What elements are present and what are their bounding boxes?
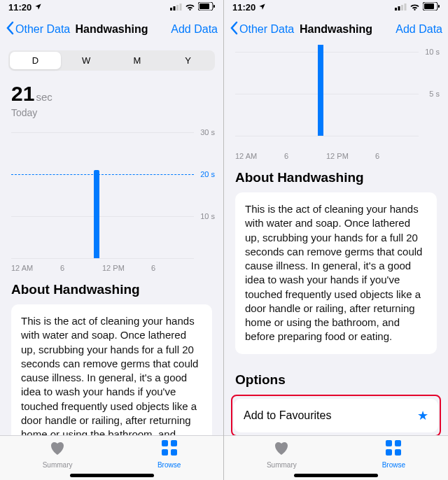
back-label: Other Data — [239, 23, 294, 36]
tab-summary-label: Summary — [267, 461, 297, 469]
home-indicator[interactable] — [294, 474, 378, 477]
wifi-icon — [410, 2, 420, 13]
x-tick-6p: 6 — [375, 152, 379, 160]
tab-summary[interactable]: Summary — [267, 440, 297, 469]
about-body: This is the act of cleaning your hands w… — [21, 315, 198, 435]
svg-rect-7 — [162, 440, 168, 446]
chevron-left-icon — [6, 21, 14, 38]
status-bar: 11:20 — [224, 0, 448, 14]
metric-summary: 21sec Today — [0, 76, 223, 120]
svg-rect-8 — [171, 440, 177, 446]
svg-rect-13 — [401, 5, 403, 10]
metric-value: 21 — [11, 82, 34, 105]
tab-browse[interactable]: Browse — [382, 440, 405, 469]
svg-rect-20 — [386, 449, 392, 456]
about-card: This is the act of cleaning your hands w… — [235, 192, 437, 354]
handwashing-chart[interactable]: 30 s 20 s 10 s 12 AM 6 12 PM 6 — [11, 125, 215, 272]
add-to-favourites-row[interactable]: Add to Favourites ★ — [234, 399, 438, 432]
add-data-button[interactable]: Add Data — [171, 23, 218, 36]
back-button[interactable]: Other Data — [230, 21, 294, 38]
nav-bar: Other Data Handwashing Add Data — [0, 14, 223, 45]
x-tick-12am: 12 AM — [11, 264, 33, 272]
segment-day[interactable]: D — [10, 52, 61, 69]
status-bar: 11:20 — [0, 0, 223, 14]
svg-rect-17 — [438, 5, 440, 8]
back-button[interactable]: Other Data — [6, 21, 70, 38]
svg-rect-10 — [171, 449, 177, 456]
location-icon — [258, 2, 266, 13]
time-range-segmented-control: D W M Y — [8, 50, 215, 71]
signal-icon — [395, 2, 407, 13]
back-label: Other Data — [15, 23, 70, 36]
add-data-button[interactable]: Add Data — [396, 23, 442, 36]
wifi-icon — [185, 2, 195, 13]
grid-icon — [386, 440, 401, 460]
segment-year[interactable]: Y — [162, 52, 214, 69]
home-indicator[interactable] — [70, 474, 154, 477]
battery-icon — [198, 2, 215, 13]
y-tick-20: 20 s — [200, 170, 215, 178]
x-tick-6a: 6 — [284, 152, 288, 160]
about-title: About Handwashing — [235, 170, 437, 185]
chart-bar — [318, 45, 323, 136]
segment-week[interactable]: W — [61, 52, 112, 69]
handwashing-chart[interactable]: 10 s 5 s 12 AM 6 12 PM 6 — [235, 45, 440, 160]
heart-icon — [273, 440, 290, 460]
svg-rect-9 — [162, 449, 168, 456]
svg-rect-6 — [214, 5, 215, 8]
about-card: This is the act of cleaning your hands w… — [11, 304, 212, 435]
nav-bar: Other Data Handwashing Add Data — [224, 14, 448, 45]
segment-month[interactable]: M — [112, 52, 163, 69]
y-tick-30: 30 s — [200, 128, 215, 136]
svg-rect-2 — [176, 5, 178, 10]
x-tick-12am: 12 AM — [235, 152, 257, 160]
metric-date: Today — [11, 107, 212, 118]
svg-rect-1 — [174, 6, 176, 10]
svg-rect-5 — [200, 3, 209, 9]
star-icon: ★ — [417, 408, 428, 423]
svg-rect-3 — [180, 3, 182, 10]
highlight-annotation: Add to Favourites ★ — [231, 395, 441, 436]
metric-unit: sec — [36, 91, 52, 103]
tab-summary[interactable]: Summary — [43, 440, 73, 469]
favourites-label: Add to Favourites — [244, 409, 331, 422]
y-tick-5: 5 s — [429, 90, 440, 98]
svg-rect-16 — [424, 3, 434, 9]
svg-rect-21 — [395, 449, 401, 456]
y-tick-10: 10 s — [200, 212, 215, 220]
svg-rect-18 — [386, 440, 392, 446]
heart-icon — [49, 440, 66, 460]
battery-icon — [423, 2, 440, 13]
tab-browse[interactable]: Browse — [158, 440, 181, 469]
x-tick-12pm: 12 PM — [326, 152, 349, 160]
x-tick-6a: 6 — [60, 264, 64, 272]
svg-rect-14 — [405, 3, 407, 10]
chart-bar — [94, 170, 99, 258]
location-icon — [34, 2, 42, 13]
svg-rect-0 — [170, 8, 172, 10]
status-time: 11:20 — [232, 2, 255, 13]
tab-browse-label: Browse — [382, 461, 405, 469]
tab-summary-label: Summary — [43, 461, 73, 469]
y-tick-10: 10 s — [425, 48, 440, 56]
options-title: Options — [224, 372, 448, 388]
status-time: 11:20 — [8, 2, 31, 13]
svg-rect-11 — [395, 8, 397, 10]
svg-rect-19 — [395, 440, 401, 446]
about-body: This is the act of cleaning your hands w… — [245, 203, 422, 342]
x-tick-6p: 6 — [151, 264, 155, 272]
chevron-left-icon — [230, 21, 238, 38]
tab-browse-label: Browse — [158, 461, 181, 469]
signal-icon — [170, 2, 182, 13]
about-title: About Handwashing — [11, 282, 212, 297]
grid-icon — [162, 440, 177, 460]
x-tick-12pm: 12 PM — [102, 264, 125, 272]
svg-rect-12 — [398, 6, 400, 10]
